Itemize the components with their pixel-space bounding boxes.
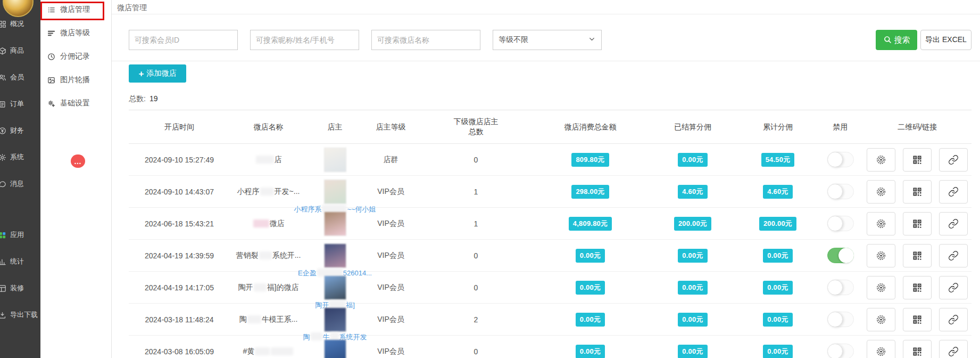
settled-commission-cell: 0.00元	[647, 345, 738, 358]
qrcode-button[interactable]	[903, 276, 932, 299]
sidebar-item-label: 商品	[10, 46, 24, 55]
qrcode-link-cell	[863, 212, 971, 235]
nickname-input[interactable]	[250, 30, 359, 50]
owner-cell: 陶开福]	[307, 272, 363, 303]
link-button[interactable]	[939, 148, 968, 172]
owner-cell: 陶牛系统开发	[307, 304, 363, 335]
link-icon	[948, 154, 959, 165]
filters-divider	[112, 61, 980, 61]
miniprogram-code-button[interactable]	[867, 180, 895, 204]
amount-badge: 0.00元	[678, 153, 707, 167]
image-icon	[47, 76, 55, 84]
submenu-item-basic-settings[interactable]: 基础设置	[40, 95, 111, 111]
sidebar-item-orders[interactable]: 订单	[0, 94, 40, 114]
link-button[interactable]	[939, 180, 968, 204]
miniprogram-code-button[interactable]	[867, 276, 895, 299]
disabled-cell	[818, 184, 863, 199]
sidebar-item-stats[interactable]: 统计	[0, 251, 40, 272]
miniprogram-code-button[interactable]	[867, 212, 895, 235]
level-select[interactable]: 等级不限	[493, 30, 602, 50]
submenu-item-label: 分佣记录	[60, 52, 90, 61]
sidebar-item-messages[interactable]: 消息	[0, 174, 40, 194]
total-consumption-cell: 0.00元	[533, 249, 647, 263]
search-icon	[883, 35, 892, 45]
column-header-owner-level: 店主等级	[363, 122, 419, 132]
table-body: 2024-09-10 15:27:49店店群0809.80元0.00元54.50…	[129, 144, 971, 358]
column-header-disabled: 禁用	[818, 122, 863, 132]
qrcode-icon	[912, 250, 923, 261]
submenu-item-shop-management[interactable]: 微店管理	[40, 2, 111, 18]
qrcode-link-cell	[863, 276, 971, 299]
owner-avatar	[324, 180, 346, 204]
miniprogram-code-icon	[876, 154, 886, 165]
shop-name-cell: 营销裂系统开...	[230, 251, 307, 261]
submenu-item-shop-levels[interactable]: 微店等级	[40, 25, 111, 41]
link-button[interactable]	[939, 276, 968, 299]
settled-commission-cell: 0.00元	[647, 281, 738, 295]
sidebar-item-label: 订单	[10, 99, 24, 109]
sidebar-item-apps[interactable]: 应用	[0, 225, 40, 245]
total-consumption-cell: 298.00元	[533, 185, 647, 199]
disabled-cell	[818, 344, 863, 358]
disable-toggle[interactable]	[827, 248, 854, 263]
disabled-cell	[818, 152, 863, 167]
miniprogram-code-button[interactable]	[867, 148, 895, 172]
link-button[interactable]	[939, 212, 968, 235]
disable-toggle[interactable]	[827, 184, 854, 199]
owner-avatar	[324, 148, 346, 172]
qrcode-button[interactable]	[903, 244, 932, 267]
submenu-item-image-carousel[interactable]: 图片轮播	[40, 72, 111, 88]
link-button[interactable]	[939, 340, 968, 358]
miniprogram-code-button[interactable]	[867, 308, 895, 331]
qrcode-button[interactable]	[903, 308, 932, 331]
sidebar-item-export-download[interactable]: 导出下载	[0, 305, 40, 325]
sidebar-item-decorate[interactable]: 装修	[0, 278, 40, 298]
export-excel-button[interactable]: 导出 EXCEL	[920, 30, 971, 50]
member-id-input[interactable]	[129, 30, 238, 50]
link-button[interactable]	[939, 244, 968, 267]
link-button[interactable]	[939, 308, 968, 331]
qrcode-icon	[912, 218, 923, 229]
submenu-item-label: 基础设置	[60, 99, 90, 108]
submenu-item-commission-records[interactable]: 分佣记录	[40, 48, 111, 64]
miniprogram-code-button[interactable]	[867, 340, 895, 358]
amount-badge: 4.60元	[678, 185, 707, 199]
sidebar-item-finance[interactable]: 财务	[0, 120, 40, 141]
chevron-down-icon	[588, 35, 596, 45]
search-button[interactable]: 搜索	[876, 30, 917, 50]
miniprogram-code-icon	[876, 250, 886, 261]
table-row: 2024-09-10 15:27:49店店群0809.80元0.00元54.50…	[129, 144, 971, 176]
toggle-knob	[827, 312, 843, 327]
decorate-icon	[0, 284, 6, 292]
shop-name-input[interactable]	[371, 30, 480, 50]
shop-name-cell: 陶开福]的微店	[230, 283, 307, 292]
sidebar-item-system[interactable]: 系统	[0, 147, 40, 167]
amount-badge: 0.00元	[576, 313, 605, 327]
disable-toggle[interactable]	[827, 312, 854, 327]
qrcode-button[interactable]	[903, 212, 932, 235]
sidebar-item-members[interactable]: 会员	[0, 67, 40, 87]
redacted-text	[254, 283, 267, 291]
miniprogram-code-button[interactable]	[867, 244, 895, 267]
shop-name-cell: 陶牛模王系...	[230, 315, 307, 324]
column-header-open-time: 开店时间	[129, 122, 230, 132]
dashboard-icon	[0, 20, 6, 28]
amount-badge: 0.00元	[678, 345, 707, 358]
sub-shop-count-cell: 2	[419, 315, 533, 324]
disable-toggle[interactable]	[827, 280, 854, 295]
disable-toggle[interactable]	[827, 344, 854, 358]
sidebar-item-label: 系统	[10, 152, 24, 162]
sub-shop-count-cell: 0	[419, 251, 533, 260]
disable-toggle[interactable]	[827, 216, 854, 231]
miniprogram-code-icon	[876, 346, 886, 357]
add-shop-button[interactable]: + 添加微店	[129, 64, 186, 83]
qrcode-button[interactable]	[903, 180, 932, 204]
toggle-knob	[827, 216, 843, 231]
qrcode-icon	[912, 186, 923, 197]
disable-toggle[interactable]	[827, 152, 854, 167]
sidebar-item-goods[interactable]: 商品	[0, 40, 40, 61]
qrcode-button[interactable]	[903, 148, 932, 172]
amount-badge: 4.60元	[763, 185, 792, 199]
open-time-cell: 2024-04-19 14:39:59	[129, 251, 230, 260]
qrcode-button[interactable]	[903, 340, 932, 358]
